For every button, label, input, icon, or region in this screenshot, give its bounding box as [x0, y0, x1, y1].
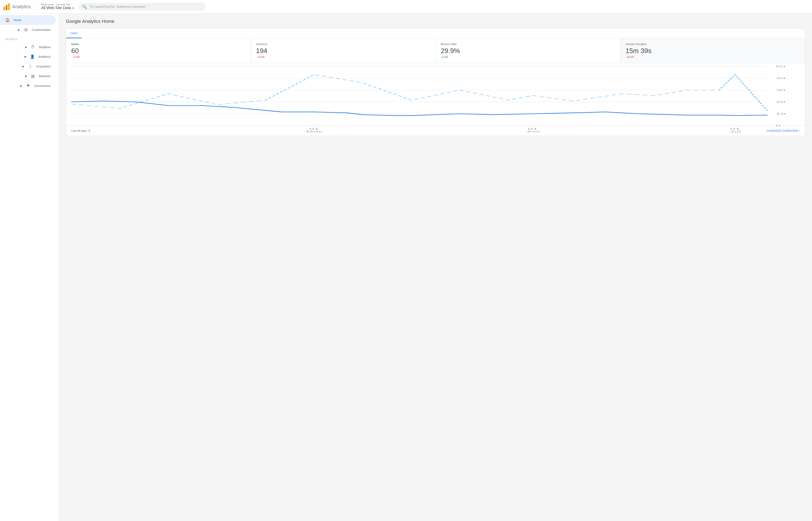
- main-content: Google Analytics Home Users Users 60 ↓: [59, 14, 812, 521]
- svg-text:01: 01: [730, 128, 740, 130]
- chart-footer: Last 90 days ▾ AUDIENCE OVERVIEW ›: [66, 126, 805, 136]
- chart-svg: 50 40 30 20 10 0 01 May 01 Jun 01 Jul: [71, 66, 800, 126]
- search-input: Try searching for "audience overview": [89, 5, 146, 9]
- svg-text:Jun: Jun: [526, 130, 540, 133]
- metric-cell-session-duration: Session Duration 15m 39s ↓ 16.2%: [621, 38, 805, 63]
- customization-icon: ⊞: [23, 27, 28, 32]
- account-path-part2: UX Hack Test: [56, 3, 70, 6]
- down-arrow-icon-sessions: ↓: [256, 56, 257, 58]
- conversions-icon: ⚑: [26, 84, 31, 88]
- audience-overview-link[interactable]: AUDIENCE OVERVIEW ›: [767, 129, 800, 132]
- metric-cell-sessions: Sessions 194 ↓ 72.6%: [251, 38, 436, 63]
- svg-text:0: 0: [775, 124, 781, 127]
- svg-text:01: 01: [309, 128, 319, 130]
- svg-text:20: 20: [775, 101, 786, 104]
- account-path-chevron: ›: [54, 3, 55, 6]
- svg-text:May: May: [306, 130, 323, 133]
- sidebar-conversions-label: Conversions: [34, 84, 50, 88]
- account-info: All accounts › UX Hack Test All Web Site…: [41, 3, 74, 10]
- tabs-bar: Users: [66, 28, 805, 38]
- metric-change-users: ↓ 72.6%: [71, 55, 246, 59]
- sidebar-audience-label: Audience: [38, 55, 50, 58]
- metric-change-session-duration: ↓ 16.2%: [626, 55, 800, 59]
- metric-label-users: Users: [71, 43, 246, 46]
- tab-users[interactable]: Users: [66, 28, 82, 38]
- metric-change-bounce-rate: ↓ 0.3%: [441, 55, 615, 59]
- header-divider: [38, 3, 38, 10]
- metric-value-users: 60: [71, 47, 246, 55]
- analytics-logo-icon: [3, 3, 10, 10]
- account-selector-button[interactable]: All Web Site Data ▾: [41, 6, 74, 10]
- svg-text:01: 01: [528, 128, 538, 130]
- audience-icon: 👤: [30, 54, 35, 59]
- sidebar: 🏠 Home ▶ ⊞ Customization REPORTS ▶ ⏱ Rea…: [0, 14, 59, 521]
- svg-text:Jul: Jul: [729, 130, 741, 133]
- sidebar-item-realtime[interactable]: ▶ ⏱ Realtime: [0, 42, 55, 52]
- search-bar[interactable]: 🔍 Try searching for "audience overview": [79, 3, 206, 11]
- stats-card: Users Users 60 ↓ 72.6% S: [66, 28, 805, 136]
- metric-label-sessions: Sessions: [256, 43, 430, 46]
- expand-icon-behavior: ▶: [25, 75, 27, 77]
- svg-text:30: 30: [775, 89, 786, 92]
- sidebar-item-acquisition[interactable]: ▶ ⟩ Acquisition: [0, 62, 55, 71]
- metric-cell-bounce-rate: Bounce Rate 29.9% ↓ 0.3%: [436, 38, 621, 63]
- metric-value-sessions: 194: [256, 47, 430, 55]
- sidebar-realtime-label: Realtime: [39, 45, 50, 49]
- home-icon: 🏠: [5, 18, 10, 22]
- svg-text:50: 50: [775, 65, 786, 68]
- chart-area: 50 40 30 20 10 0 01 May 01 Jun 01 Jul: [66, 63, 805, 126]
- audience-overview-label: AUDIENCE OVERVIEW: [767, 129, 798, 132]
- date-range-button[interactable]: Last 90 days ▾: [71, 129, 90, 132]
- acquisition-icon: ⟩: [28, 64, 33, 69]
- sidebar-behavior-label: Behavior: [39, 74, 50, 78]
- chevron-right-icon: ›: [799, 129, 800, 132]
- down-arrow-icon-users: ↓: [71, 56, 72, 58]
- sidebar-acquisition-label: Acquisition: [36, 65, 50, 68]
- sidebar-item-audience[interactable]: ▶ 👤 Audience: [0, 52, 55, 62]
- account-path: All accounts › UX Hack Test: [41, 3, 74, 6]
- svg-text:10: 10: [775, 112, 786, 115]
- sidebar-item-behavior[interactable]: ▶ ▤ Behavior: [0, 71, 55, 81]
- chevron-down-icon: ▾: [72, 6, 74, 10]
- chart-solid-line: [71, 101, 768, 116]
- down-arrow-icon-bounce: ↓: [441, 56, 442, 58]
- expand-icon-conversions: ▶: [20, 84, 22, 87]
- sidebar-home-label: Home: [14, 18, 21, 22]
- metric-label-session-duration: Session Duration: [626, 43, 800, 46]
- reports-section-label: REPORTS: [0, 35, 59, 42]
- app-layout: 🏠 Home ▶ ⊞ Customization REPORTS ▶ ⏱ Rea…: [0, 14, 812, 521]
- account-selector-label: All Web Site Data: [41, 6, 71, 10]
- behavior-icon: ▤: [30, 74, 36, 78]
- expand-icon: ▶: [18, 28, 20, 31]
- logo-area: Analytics: [3, 3, 31, 10]
- svg-text:40: 40: [775, 77, 786, 80]
- sidebar-item-home[interactable]: 🏠 Home: [0, 15, 55, 25]
- date-range-dropdown-icon: ▾: [89, 129, 90, 132]
- metric-change-sessions: ↓ 72.6%: [256, 55, 430, 59]
- chart-container: 50 40 30 20 10 0 01 May 01 Jun 01 Jul: [71, 66, 800, 126]
- app-title: Analytics: [12, 4, 31, 9]
- sidebar-item-conversions[interactable]: ▶ ⚑ Conversions: [0, 81, 55, 91]
- expand-icon-acquisition: ▶: [22, 65, 24, 68]
- sidebar-item-customization[interactable]: ▶ ⊞ Customization: [0, 25, 55, 35]
- down-arrow-icon-duration: ↓: [626, 56, 627, 58]
- metric-value-bounce-rate: 29.9%: [441, 47, 615, 55]
- realtime-icon: ⏱: [30, 45, 36, 49]
- expand-icon-realtime: ▶: [25, 46, 27, 49]
- metrics-row: Users 60 ↓ 72.6% Sessions 194 ↓ 72.6%: [66, 38, 805, 63]
- search-icon: 🔍: [82, 4, 87, 9]
- metric-value-session-duration: 15m 39s: [626, 47, 800, 55]
- page-title: Google Analytics Home: [66, 19, 805, 24]
- app-header: Analytics All accounts › UX Hack Test Al…: [0, 0, 812, 14]
- sidebar-customization-label: Customization: [32, 28, 50, 31]
- metric-label-bounce-rate: Bounce Rate: [441, 43, 615, 46]
- account-path-part1: All accounts: [41, 3, 54, 6]
- date-range-label: Last 90 days: [71, 129, 87, 132]
- metric-cell-users: Users 60 ↓ 72.6%: [66, 38, 251, 63]
- expand-icon-audience: ▶: [24, 55, 26, 58]
